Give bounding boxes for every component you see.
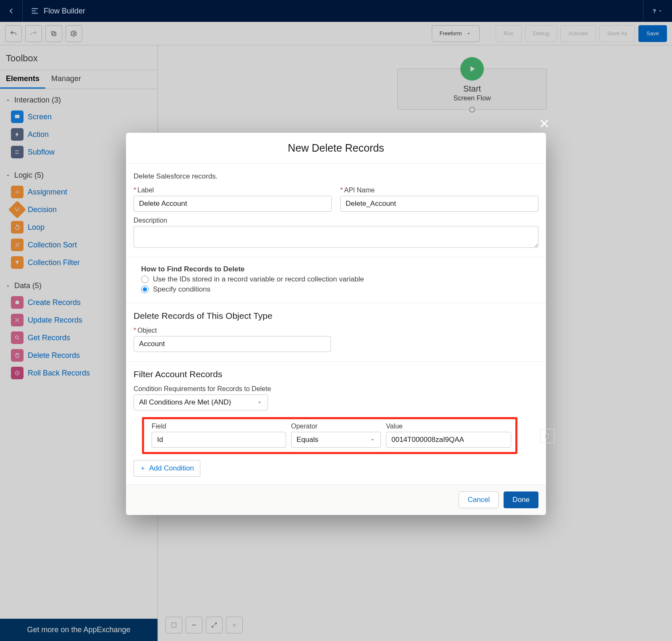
- howto-heading: How to Find Records to Delete: [134, 265, 538, 273]
- radio-specify-conditions[interactable]: Specify conditions: [134, 284, 538, 294]
- cond-field-input[interactable]: [152, 432, 286, 448]
- flow-builder-icon: [30, 6, 39, 16]
- description-label: Description: [134, 217, 538, 224]
- close-icon[interactable]: [538, 118, 550, 131]
- cond-operator-label: Operator: [291, 423, 381, 430]
- back-button[interactable]: [0, 0, 23, 22]
- condition-requirements-select[interactable]: All Conditions Are Met (AND): [134, 394, 268, 410]
- label-field-label: Label: [134, 187, 332, 194]
- condition-requirements-label: Condition Requirements for Records to De…: [134, 385, 271, 392]
- cond-field-label: Field: [152, 423, 286, 430]
- cond-value-input[interactable]: [386, 432, 511, 448]
- cond-operator-select[interactable]: Equals: [291, 432, 381, 448]
- app-header: Flow Builder ?: [0, 0, 672, 22]
- object-section-heading: Delete Records of This Object Type: [134, 311, 538, 321]
- add-condition-button[interactable]: Add Condition: [134, 460, 200, 477]
- cancel-button[interactable]: Cancel: [459, 491, 499, 508]
- condition-row-highlight: Field Operator Equals Value: [142, 417, 517, 454]
- filter-section-heading: Filter Account Records: [134, 369, 538, 379]
- delete-condition-button[interactable]: [540, 429, 554, 443]
- modal-intro: Delete Salesforce records.: [134, 172, 538, 181]
- object-label: Object: [134, 327, 157, 334]
- modal-title: New Delete Records: [126, 133, 546, 164]
- radio-use-ids[interactable]: Use the IDs stored in a record variable …: [134, 273, 538, 284]
- object-input[interactable]: [134, 336, 331, 352]
- help-menu[interactable]: ?: [643, 0, 672, 22]
- api-name-input[interactable]: [340, 196, 538, 212]
- app-title: Flow Builder: [44, 7, 85, 16]
- cond-value-label: Value: [386, 423, 511, 430]
- label-input[interactable]: [134, 196, 332, 212]
- description-input[interactable]: [134, 226, 538, 248]
- api-name-label: API Name: [340, 187, 538, 194]
- new-delete-records-modal: New Delete Records Delete Salesforce rec…: [126, 133, 546, 515]
- done-button[interactable]: Done: [504, 491, 538, 508]
